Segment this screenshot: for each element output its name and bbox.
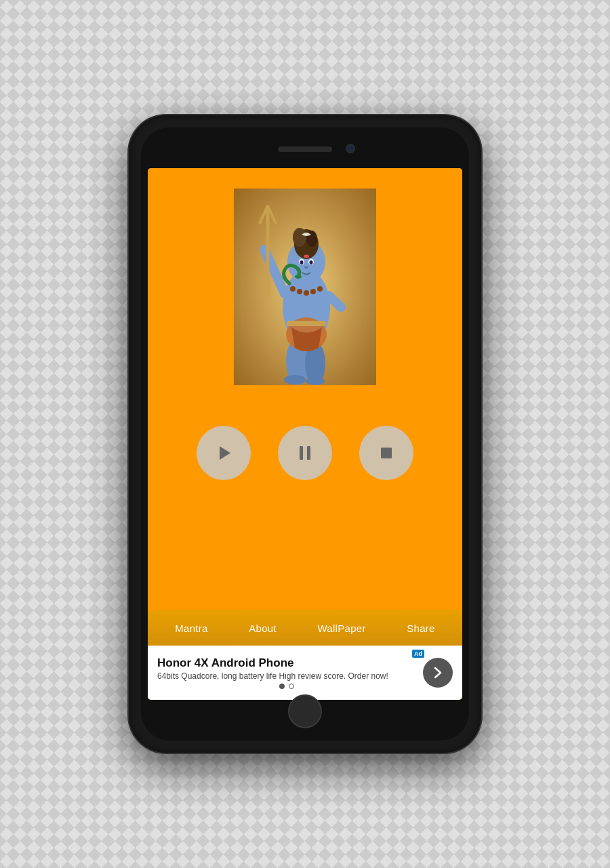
svg-rect-32 [300, 446, 303, 460]
svg-point-13 [293, 228, 306, 247]
bottom-nav: Mantra About WallPaper Share [148, 610, 462, 646]
svg-point-18 [310, 260, 313, 264]
ad-subtitle: 64bits Quadcore, long battery life High … [157, 671, 416, 681]
home-button[interactable] [288, 694, 322, 728]
app-content [148, 168, 462, 610]
ad-dots [157, 684, 416, 689]
phone-inner: Mantra About WallPaper Share Honor 4X An… [141, 127, 469, 741]
svg-marker-31 [220, 446, 230, 460]
ad-title: Honor 4X Android Phone [157, 656, 416, 670]
stop-button[interactable] [359, 426, 413, 480]
shiva-image-container [234, 189, 376, 385]
svg-point-19 [304, 255, 309, 258]
ad-text-block: Honor 4X Android Phone 64bits Quadcore, … [157, 656, 416, 689]
screen: Mantra About WallPaper Share Honor 4X An… [148, 168, 462, 700]
svg-point-20 [304, 266, 308, 269]
ad-arrow-button[interactable] [423, 658, 453, 688]
ad-banner[interactable]: Honor 4X Android Phone 64bits Quadcore, … [148, 646, 462, 700]
svg-point-23 [297, 289, 302, 294]
svg-rect-28 [287, 321, 326, 326]
front-camera-icon [346, 144, 355, 153]
nav-item-share[interactable]: Share [401, 618, 441, 638]
svg-point-26 [317, 286, 323, 292]
svg-point-17 [300, 260, 304, 264]
svg-point-24 [304, 290, 309, 296]
svg-point-30 [306, 377, 325, 385]
pause-button[interactable] [278, 426, 332, 480]
dot-1 [279, 684, 285, 689]
shiva-image [234, 189, 376, 385]
media-controls [197, 426, 413, 480]
phone-device: Mantra About WallPaper Share Honor 4X An… [129, 115, 481, 753]
nav-item-mantra[interactable]: Mantra [169, 618, 214, 638]
ad-badge: Ad [412, 650, 424, 658]
dot-2 [289, 684, 294, 689]
svg-point-21 [295, 275, 302, 279]
speaker [278, 146, 332, 152]
svg-rect-34 [381, 448, 392, 458]
nav-item-about[interactable]: About [243, 618, 282, 638]
play-button[interactable] [197, 426, 251, 480]
svg-rect-33 [307, 446, 310, 460]
nav-item-wallpaper[interactable]: WallPaper [312, 618, 371, 638]
svg-point-22 [290, 286, 296, 292]
svg-point-25 [310, 289, 316, 294]
svg-point-29 [284, 375, 306, 384]
